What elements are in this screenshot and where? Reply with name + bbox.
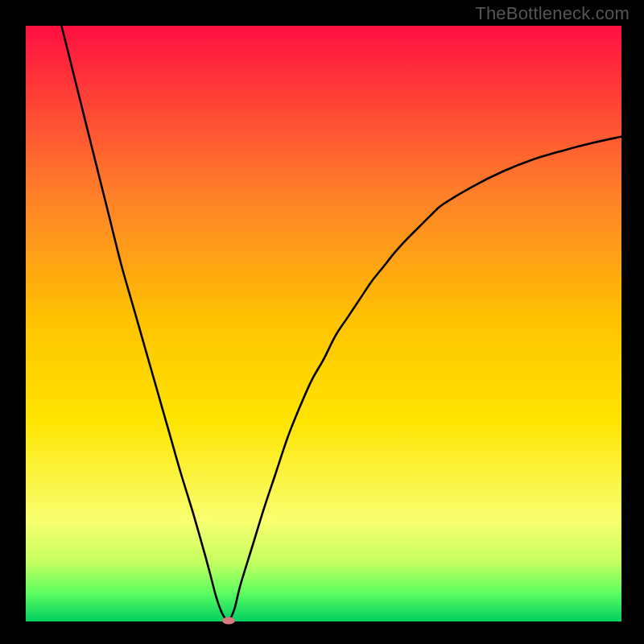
plot-area — [26, 26, 621, 621]
bottleneck-curve — [26, 26, 621, 621]
optimal-point-marker — [222, 617, 235, 624]
watermark-text: TheBottleneck.com — [475, 3, 630, 24]
chart-stage: TheBottleneck.com — [0, 0, 644, 644]
